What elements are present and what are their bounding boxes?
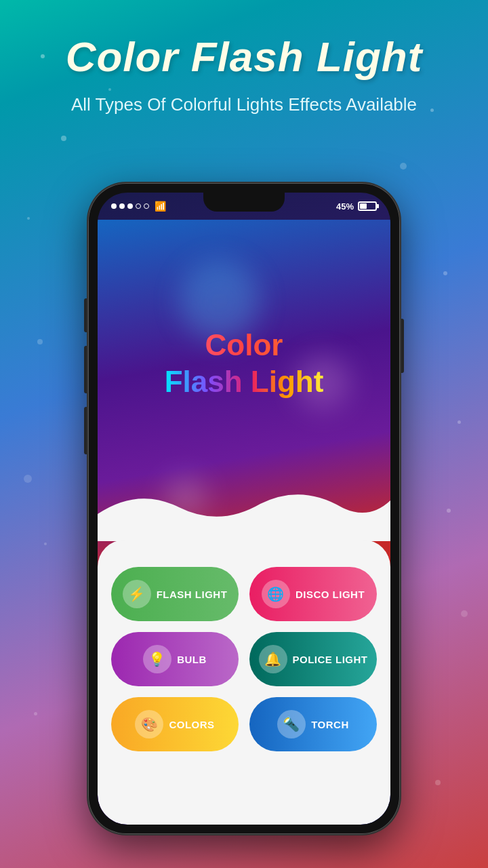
battery-area: 45%	[336, 201, 377, 212]
wave-divider	[98, 487, 390, 541]
light-word: Light	[251, 365, 324, 398]
colors-icon: 🎨	[135, 710, 163, 738]
battery-icon	[358, 201, 377, 211]
app-title-flash: Flash Light	[98, 365, 390, 399]
colors-button[interactable]: 🎨 Colors	[111, 697, 239, 751]
signal-dot-4	[136, 203, 141, 209]
page-title: Color Flash Light	[27, 34, 461, 80]
header: Color Flash Light All Types Of Colorful …	[0, 0, 488, 138]
colors-label: Colors	[169, 719, 214, 730]
bulb-icon: 💡	[143, 645, 171, 673]
disco-light-label: DISCO LIGHT	[296, 589, 365, 600]
torch-label: TORCH	[311, 719, 349, 730]
phone-mockup: 📶 45% Color Flash Li	[88, 183, 400, 834]
police-light-button[interactable]: 🔔 POLICE LIGHT	[249, 632, 377, 686]
police-light-label: POLICE LIGHT	[293, 654, 368, 665]
battery-percent: 45%	[336, 201, 354, 212]
flash-word: Flash	[165, 365, 251, 398]
flash-light-button[interactable]: ⚡ Flash Light	[111, 567, 239, 621]
bulb-label: Bulb	[177, 654, 207, 665]
wifi-icon: 📶	[155, 201, 166, 212]
battery-fill	[360, 203, 367, 209]
flash-light-icon: ⚡	[123, 580, 151, 608]
signal-area: 📶	[111, 201, 166, 212]
police-light-icon: 🔔	[259, 645, 287, 673]
signal-dot-1	[111, 203, 117, 209]
app-title-color: Color	[98, 328, 390, 362]
phone-body: 📶 45% Color Flash Li	[88, 183, 400, 834]
disco-light-icon: 🌐	[262, 580, 290, 608]
torch-icon: 🔦	[277, 710, 306, 738]
torch-button[interactable]: 🔦 TORCH	[249, 697, 377, 751]
flash-light-label: Flash Light	[157, 589, 228, 600]
page-subtitle: All Types Of Colorful Lights Effects Ava…	[27, 92, 461, 117]
signal-dot-5	[144, 203, 149, 209]
app-title-area: Color Flash Light	[98, 328, 390, 399]
disco-light-button[interactable]: 🌐 DISCO LIGHT	[249, 567, 377, 621]
signal-dot-2	[119, 203, 125, 209]
signal-dot-3	[127, 203, 133, 209]
power-button	[400, 319, 404, 373]
buttons-area: ⚡ Flash Light 🌐 DISCO LIGHT 💡 Bulb 🔔 POL…	[98, 540, 390, 825]
phone-notch	[203, 193, 285, 212]
bulb-button[interactable]: 💡 Bulb	[111, 632, 239, 686]
phone-screen: 📶 45% Color Flash Li	[98, 193, 390, 825]
